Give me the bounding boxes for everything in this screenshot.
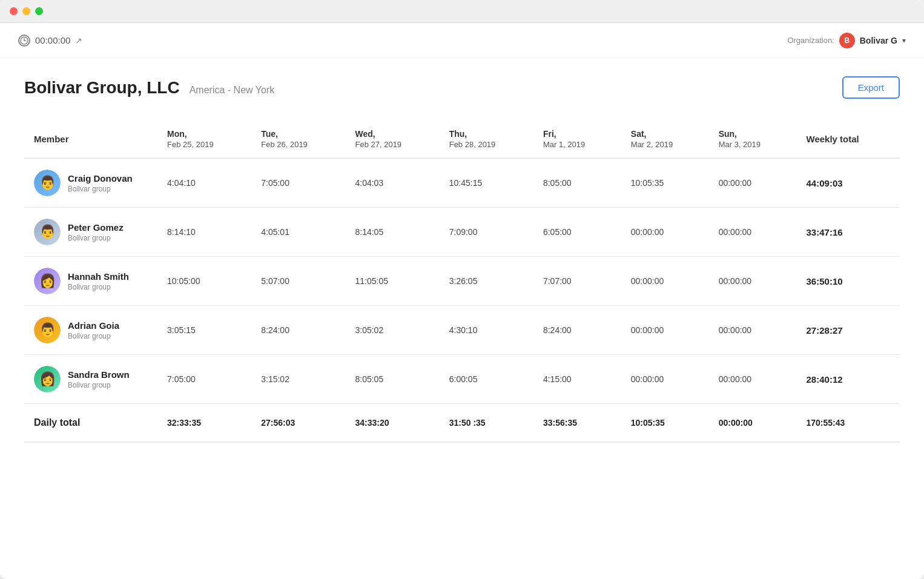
app-window: 00:00:00 ↗ Organization: B Bolivar G ▾ B…	[0, 0, 924, 579]
top-bar: 00:00:00 ↗ Organization: B Bolivar G ▾	[0, 23, 924, 58]
member-details-adrian: Adrian Goia Bolivar group	[68, 320, 119, 340]
sun-time-adrian: 00:00:00	[709, 306, 797, 355]
daily-total-row: Daily total 32:33:35 27:56:03 34:33:20 3…	[24, 404, 900, 443]
member-details-peter: Peter Gomez Bolivar group	[68, 222, 124, 242]
member-cell-sandra: 👩 Sandra Brown Bolivar group	[24, 355, 157, 404]
mon-time-craig: 4:04:10	[157, 158, 251, 208]
thu-time-peter: 7:09:00	[440, 208, 533, 257]
sun-day-name: Sun,	[719, 129, 787, 139]
member-cell-peter: 👨 Peter Gomez Bolivar group	[24, 208, 157, 257]
timesheet-table: Member Mon, Feb 25, 2019 Tue, Feb 26, 20…	[24, 121, 900, 443]
thu-day-name: Thu,	[449, 129, 524, 139]
page-subtitle: America - New York	[190, 85, 275, 96]
table-row: 👨 Peter Gomez Bolivar group 8:14:10 4:05…	[24, 208, 900, 257]
timer-display: 00:00:00	[35, 35, 70, 45]
daily-total-thu: 31:50 :35	[440, 404, 533, 443]
wed-day-name: Wed,	[355, 129, 429, 139]
chevron-down-icon[interactable]: ▾	[902, 36, 906, 45]
daily-total-sun: 00:00:00	[709, 404, 797, 443]
thu-time-hannah: 3:26:05	[440, 257, 533, 306]
table-row: 👨 Adrian Goia Bolivar group 3:05:15 8:24…	[24, 306, 900, 355]
external-link-icon[interactable]: ↗	[75, 36, 82, 45]
member-name-hannah: Hannah Smith	[68, 271, 129, 282]
tue-time-adrian: 8:24:00	[251, 306, 345, 355]
wed-time-craig: 4:04:03	[345, 158, 439, 208]
maximize-button[interactable]	[35, 7, 43, 15]
fri-header: Fri, Mar 1, 2019	[543, 129, 612, 149]
thu-column-header: Thu, Feb 28, 2019	[440, 121, 533, 158]
fri-time-sandra: 4:15:00	[533, 355, 621, 404]
wed-time-peter: 8:14:05	[345, 208, 439, 257]
tue-time-peter: 4:05:01	[251, 208, 345, 257]
thu-time-craig: 10:45:15	[440, 158, 533, 208]
weekly-total-peter: 33:47:16	[797, 208, 900, 257]
sat-time-peter: 00:00:00	[621, 208, 709, 257]
thu-time-adrian: 4:30:10	[440, 306, 533, 355]
tue-day-name: Tue,	[261, 129, 335, 139]
member-name-sandra: Sandra Brown	[68, 369, 130, 380]
wed-header: Wed, Feb 27, 2019	[355, 129, 429, 149]
export-button[interactable]: Export	[842, 76, 900, 99]
avatar-hannah: 👩	[34, 268, 61, 294]
tue-time-hannah: 5:07:00	[251, 257, 345, 306]
tue-time-craig: 7:05:00	[251, 158, 345, 208]
org-badge: B	[839, 33, 855, 48]
member-info-hannah: 👩 Hannah Smith Bolivar group	[34, 268, 148, 294]
fri-time-craig: 8:05:00	[533, 158, 621, 208]
sun-day-date: Mar 3, 2019	[719, 140, 787, 149]
sat-header: Sat, Mar 2, 2019	[631, 129, 699, 149]
fri-time-hannah: 7:07:00	[533, 257, 621, 306]
member-group-sandra: Bolivar group	[68, 381, 130, 389]
wed-time-hannah: 11:05:05	[345, 257, 439, 306]
daily-total-sat: 10:05:35	[621, 404, 709, 443]
sat-time-craig: 10:05:35	[621, 158, 709, 208]
member-group-peter: Bolivar group	[68, 234, 124, 242]
member-info-craig: 👨 Craig Donovan Bolivar group	[34, 170, 148, 196]
org-name: Bolivar G	[860, 36, 897, 45]
mon-time-hannah: 10:05:00	[157, 257, 251, 306]
thu-day-date: Feb 28, 2019	[449, 140, 524, 149]
fri-day-name: Fri,	[543, 129, 612, 139]
table-row: 👩 Sandra Brown Bolivar group 7:05:00 3:1…	[24, 355, 900, 404]
page-title: Bolivar Group, LLC	[24, 78, 180, 98]
fri-time-peter: 6:05:00	[533, 208, 621, 257]
sat-time-sandra: 00:00:00	[621, 355, 709, 404]
member-group-craig: Bolivar group	[68, 185, 133, 193]
timer-icon	[18, 35, 30, 47]
fri-column-header: Fri, Mar 1, 2019	[533, 121, 621, 158]
avatar-adrian: 👨	[34, 317, 61, 343]
sun-time-peter: 00:00:00	[709, 208, 797, 257]
sun-header: Sun, Mar 3, 2019	[719, 129, 787, 149]
member-group-hannah: Bolivar group	[68, 283, 129, 291]
minimize-button[interactable]	[22, 7, 30, 15]
member-name-adrian: Adrian Goia	[68, 320, 119, 331]
fri-day-date: Mar 1, 2019	[543, 140, 612, 149]
sat-day-name: Sat,	[631, 129, 699, 139]
avatar-craig: 👨	[34, 170, 61, 196]
mon-header: Mon, Feb 25, 2019	[167, 129, 242, 149]
member-name-craig: Craig Donovan	[68, 173, 133, 184]
member-name-peter: Peter Gomez	[68, 222, 124, 233]
sun-column-header: Sun, Mar 3, 2019	[709, 121, 797, 158]
timer-area: 00:00:00 ↗	[18, 35, 82, 47]
sun-time-sandra: 00:00:00	[709, 355, 797, 404]
avatar-peter: 👨	[34, 219, 61, 245]
mon-time-sandra: 7:05:00	[157, 355, 251, 404]
sat-time-hannah: 00:00:00	[621, 257, 709, 306]
weekly-total-adrian: 27:28:27	[797, 306, 900, 355]
tue-header: Tue, Feb 26, 2019	[261, 129, 335, 149]
daily-total-weekly: 170:55:43	[797, 404, 900, 443]
mon-day-date: Feb 25, 2019	[167, 140, 242, 149]
wed-column-header: Wed, Feb 27, 2019	[345, 121, 439, 158]
org-label: Organization:	[787, 36, 834, 45]
wed-time-sandra: 8:05:05	[345, 355, 439, 404]
table-row: 👨 Craig Donovan Bolivar group 4:04:10 7:…	[24, 158, 900, 208]
daily-total-fri: 33:56:35	[533, 404, 621, 443]
weekly-total-hannah: 36:50:10	[797, 257, 900, 306]
close-button[interactable]	[10, 7, 18, 15]
member-info-sandra: 👩 Sandra Brown Bolivar group	[34, 366, 148, 392]
mon-column-header: Mon, Feb 25, 2019	[157, 121, 251, 158]
member-cell-hannah: 👩 Hannah Smith Bolivar group	[24, 257, 157, 306]
thu-time-sandra: 6:00:05	[440, 355, 533, 404]
sat-day-date: Mar 2, 2019	[631, 140, 699, 149]
